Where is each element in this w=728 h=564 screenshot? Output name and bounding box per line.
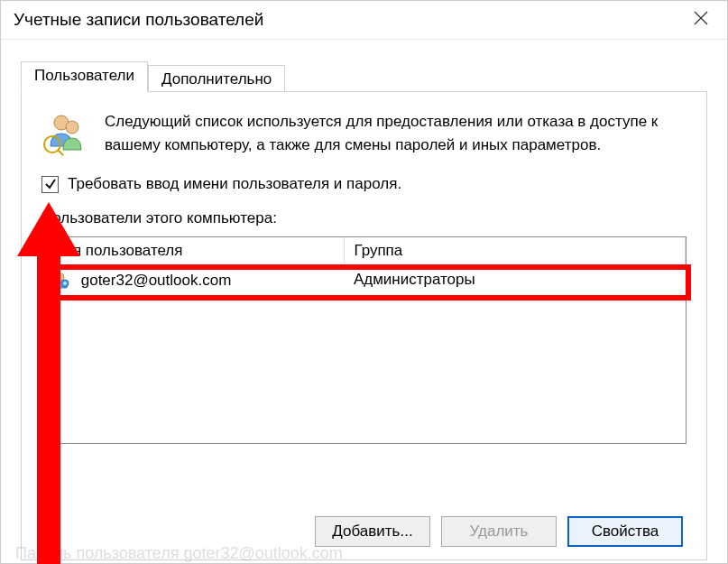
user-list-caption: Пользователи этого компьютера: [41,209,687,227]
column-header-username[interactable]: Имя пользователя [42,237,345,264]
tab-users[interactable]: Пользователи [21,61,148,92]
require-login-checkbox[interactable] [41,176,59,193]
window-title: Учетные записи пользователей [14,10,263,30]
table-header-row: Имя пользователя Группа [42,237,686,264]
intro-row: Следующий список используется для предос… [41,110,687,157]
users-group-icon [41,110,88,157]
table-row[interactable]: goter32@outlook.com Администраторы [42,264,686,294]
user-table: Имя пользователя Группа [42,237,686,294]
svg-line-3 [58,150,63,155]
add-button[interactable]: Добавить... [315,516,430,547]
tab-advanced[interactable]: Дополнительно [148,65,285,92]
user-buttons-row: Добавить... Удалить Свойства [315,516,683,547]
user-accounts-window: Учетные записи пользователей Пользовател… [0,0,728,564]
intro-text: Следующий список используется для предос… [105,110,687,157]
svg-point-4 [57,273,64,281]
tab-strip: Пользователи Дополнительно [21,61,707,92]
delete-button: Удалить [441,516,557,547]
require-login-checkbox-row: Требовать ввод имени пользователя и паро… [41,175,687,193]
cell-group: Администраторы [345,264,686,294]
cell-username: goter32@outlook.com [81,271,232,288]
user-icon [51,271,69,289]
titlebar: Учетные записи пользователей [1,1,727,40]
column-header-group[interactable]: Группа [345,237,686,264]
require-login-label: Требовать ввод имени пользователя и паро… [68,175,401,193]
svg-point-1 [66,121,78,134]
cutoff-text: Пароль пользователя goter32@outlook.com [15,544,343,563]
tab-panel-users: Следующий список используется для предос… [21,91,707,560]
close-icon[interactable] [686,6,716,33]
content-area: Пользователи Дополнительно Следующий спи… [1,40,727,560]
user-table-container: Имя пользователя Группа [41,236,687,444]
properties-button[interactable]: Свойства [567,516,683,547]
